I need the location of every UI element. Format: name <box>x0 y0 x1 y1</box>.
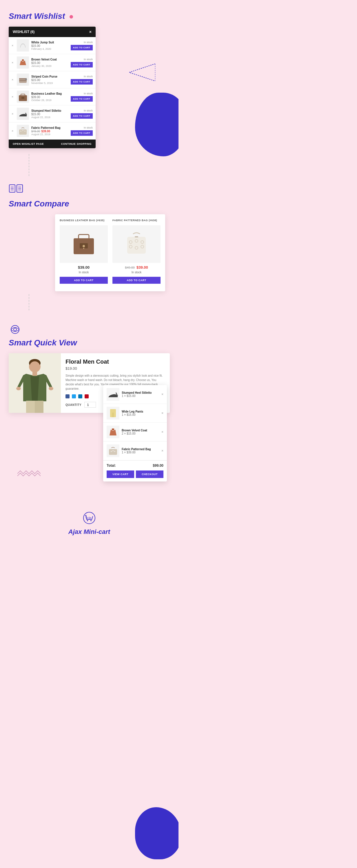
wishlist-item-price-sale: $39.00 <box>41 130 51 133</box>
wishlist-close-btn[interactable]: × <box>89 30 92 34</box>
wishlist-add-to-cart-btn[interactable]: ADD TO CART <box>71 113 93 119</box>
checkout-btn[interactable]: CHECKOUT <box>136 470 163 478</box>
compare-product: $49.00 $39.00 In stock ADD TO CART <box>113 225 160 284</box>
minicart-item-qty-price: 1 × $15.00 <box>122 394 159 398</box>
minicart-item: Brown Velvet Coat 2 × $15.00 × <box>103 423 167 441</box>
wishlist-item-date: October 28, 2019 <box>31 99 67 102</box>
minicart-remove-btn[interactable]: × <box>161 449 163 453</box>
compare-icon <box>9 184 23 196</box>
wishlist-remove-btn[interactable]: × <box>11 95 14 98</box>
compare-product: $39.00 In stock ADD TO CART <box>60 225 108 284</box>
wishlist-item-info: Stumped Heel Stiletto $15.00 August 22, … <box>31 109 67 119</box>
svg-point-72 <box>90 520 92 521</box>
minicart-item: Wide Leg Pants 1 × $15.00 × <box>103 404 167 423</box>
smart-wishlist-section: Smart Wishlist WISHLIST (6) × × White Ju… <box>9 11 170 148</box>
wishlist-item-actions: In stock ADD TO CART <box>69 109 93 119</box>
wishlist-remove-btn[interactable]: × <box>11 78 14 81</box>
wishlist-add-to-cart-btn[interactable]: ADD TO CART <box>71 79 93 85</box>
cart-icon <box>82 511 96 525</box>
minicart-item-info: Brown Velvet Coat 2 × $15.00 <box>122 429 159 435</box>
wishlist-item: × Fabric Patterned Bag $49.00 $39.00 Aug… <box>9 122 96 140</box>
svg-point-69 <box>114 451 115 452</box>
wishlist-item-image <box>17 91 29 103</box>
minicart-item-name: Brown Velvet Coat <box>122 429 159 432</box>
wishlist-item-price: $15.00 <box>31 79 67 82</box>
minicart-remove-btn[interactable]: × <box>161 430 163 434</box>
twitter-icon[interactable] <box>72 394 76 398</box>
quantity-input[interactable] <box>84 402 96 408</box>
compare-product-image <box>113 225 160 263</box>
wishlist-item-image <box>17 108 29 120</box>
wishlist-footer: OPEN WISHLIST PAGE CONTINUE SHOPPING <box>9 140 96 148</box>
quickview-product-image <box>9 353 61 413</box>
minicart-item-image <box>107 388 119 401</box>
wishlist-item: × Brown Velvet Coat $15.00 January 30, 2… <box>9 54 96 71</box>
minicart-item-info: Stumped Heel Stiletto 1 × $15.00 <box>122 391 159 398</box>
wishlist-item-info: Striped Coin Purse $15.00 November 5, 20… <box>31 75 67 85</box>
continue-shopping-btn[interactable]: CONTINUE SHOPPING <box>61 143 92 145</box>
svg-point-19 <box>20 131 22 132</box>
svg-point-11 <box>25 79 27 80</box>
minicart-actions: VIEW CART CHECKOUT <box>103 470 167 482</box>
minicart-remove-btn[interactable]: × <box>161 411 163 415</box>
compare-icon-wrapper <box>9 184 170 197</box>
wishlist-item: × White Jump Suit $15.00 February 4, 202… <box>9 37 96 54</box>
wishlist-remove-btn[interactable]: × <box>11 44 14 47</box>
wishlist-item-actions: In stock ADD TO CART <box>69 58 93 67</box>
compare-product-title-1: BUSINESS LEATHER BAG (#635) <box>60 219 108 222</box>
wishlist-item-name: Stumped Heel Stiletto <box>31 109 67 113</box>
wishlist-item-price: $15.00 <box>31 113 67 116</box>
compare-product-stock: In stock <box>113 271 160 274</box>
minicart-item-qty-price: 1 × $39.00 <box>122 451 159 454</box>
compare-product-stock: In stock <box>60 271 108 274</box>
wishlist-item-date: November 5, 2019 <box>31 82 67 85</box>
dashed-connector-2 <box>26 294 170 313</box>
dashed-connector <box>26 154 170 178</box>
wishlist-add-to-cart-btn[interactable]: ADD TO CART <box>71 45 93 51</box>
svg-rect-46 <box>135 236 138 238</box>
wishlist-item-info: Brown Velvet Coat $15.00 January 30, 202… <box>31 58 67 67</box>
wishlist-item-info: White Jump Suit $15.00 February 4, 2020 <box>31 40 67 51</box>
compare-add-to-cart-btn[interactable]: ADD TO CART <box>113 277 160 284</box>
wishlist-item-actions: In stock ADD TO CART <box>69 75 93 85</box>
wishlist-remove-btn[interactable]: × <box>11 129 14 133</box>
wishlist-item-info: Fabric Patterned Bag $49.00 $39.00 Augus… <box>31 126 67 136</box>
minicart-item-image <box>107 407 119 420</box>
minicart-remove-btn[interactable]: × <box>161 392 163 396</box>
quickview-product-title: Floral Men Coat <box>65 359 165 365</box>
wishlist-add-to-cart-btn[interactable]: ADD TO CART <box>71 96 93 102</box>
pinterest-icon[interactable] <box>85 394 89 398</box>
svg-point-37 <box>83 248 84 249</box>
minicart-item-image <box>107 426 119 438</box>
compare-header: BUSINESS LEATHER BAG (#635) FABRIC PATTE… <box>60 219 160 222</box>
wishlist-item-image <box>17 125 29 137</box>
minicart-total-amount: $99.00 <box>153 464 163 468</box>
wishlist-item-stock: In stock <box>84 41 93 44</box>
view-cart-btn[interactable]: VIEW CART <box>107 470 134 478</box>
compare-add-to-cart-btn[interactable]: ADD TO CART <box>60 277 108 284</box>
svg-rect-15 <box>22 97 24 99</box>
wishlist-add-to-cart-btn[interactable]: ADD TO CART <box>71 62 93 67</box>
compare-section-title: Smart Compare <box>9 199 170 209</box>
wishlist-item: × Stumped Heel Stiletto $15.00 August 22… <box>9 105 96 122</box>
svg-rect-36 <box>83 245 84 247</box>
svg-point-58 <box>49 387 53 390</box>
svg-point-57 <box>16 387 21 390</box>
ajax-cart-icon-wrapper <box>9 511 170 526</box>
minicart-item: Stumped Heel Stiletto 1 × $15.00 × <box>103 385 167 404</box>
wishlist-count: WISHLIST (6) <box>13 30 34 34</box>
wishlist-item-info: Business Leather Bag $39.00 October 28, … <box>31 92 67 102</box>
smart-quickview-section: Smart Quick View <box>9 324 170 413</box>
wishlist-panel: WISHLIST (6) × × White Jump Suit $15.00 … <box>9 27 96 148</box>
linkedin-icon[interactable] <box>78 394 82 398</box>
wishlist-remove-btn[interactable]: × <box>11 112 14 116</box>
open-wishlist-btn[interactable]: OPEN WISHLIST PAGE <box>13 143 44 145</box>
svg-rect-6 <box>22 59 24 61</box>
svg-rect-56 <box>32 371 37 376</box>
facebook-icon[interactable] <box>65 394 69 398</box>
svg-rect-16 <box>17 108 29 120</box>
wishlist-remove-btn[interactable]: × <box>11 61 14 64</box>
wishlist-add-to-cart-btn[interactable]: ADD TO CART <box>71 130 93 136</box>
quickview-icon <box>9 324 22 335</box>
compare-product-image <box>60 225 108 263</box>
